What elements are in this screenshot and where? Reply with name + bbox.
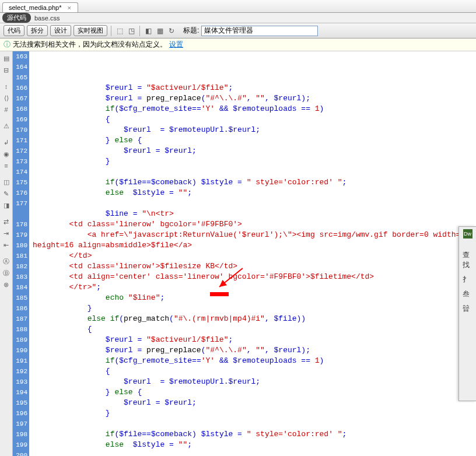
auto-indent-icon[interactable]: ≡ [2, 161, 11, 170]
code-line[interactable]: $reurl = $remoteupUrl.$reurl; [33, 125, 476, 135]
code-line[interactable]: $reurl = preg_replace("#^\.\.#", "", $re… [33, 93, 476, 104]
code-line[interactable]: $reurl = "$activeurl/$file"; [33, 83, 476, 93]
file-tab[interactable]: select_media.php* ✕ [2, 2, 78, 12]
code-line[interactable]: } [33, 303, 476, 314]
code-line[interactable]: } [33, 408, 476, 419]
code-line[interactable] [33, 419, 476, 429]
code-line[interactable]: } else { [33, 387, 476, 398]
file-tab-label: select_media.php* [9, 4, 62, 11]
code-line[interactable]: <td class='linerow'>$filesize KB</td> [33, 261, 476, 272]
visual-aids-icon[interactable]: ▦ [155, 26, 164, 36]
refresh-icon[interactable]: ↻ [167, 26, 176, 36]
search-panel[interactable]: Dw 查找 扌 叁 暜 [459, 226, 476, 401]
file-tab-bar: select_media.php* ✕ [0, 0, 476, 13]
line-numbers-icon[interactable]: # [2, 105, 11, 114]
code-line[interactable]: </tr>"; [33, 282, 476, 293]
code-line[interactable]: if($cfg_remote_site=='Y' && $remoteuploa… [33, 104, 476, 114]
word-wrap-icon[interactable]: ↲ [2, 138, 11, 147]
code-line[interactable]: else $lstyle = ""; [33, 440, 476, 450]
highlight-invalid-icon[interactable]: ⚠ [2, 121, 11, 131]
code-line[interactable]: else $lstyle = ""; [33, 188, 476, 198]
comment-icon[interactable]: ✎ [2, 189, 11, 198]
panel-row-1: 扌 [460, 275, 475, 285]
code-line[interactable]: if($cfg_remote_site=='Y' && $remoteuploa… [33, 356, 476, 366]
open-docs-icon[interactable]: ▤ [2, 54, 11, 63]
browser-icon[interactable]: ◳ [127, 26, 136, 36]
code-line[interactable]: echo "$line"; [33, 293, 476, 303]
move-css-icon[interactable]: ⇄ [2, 217, 11, 226]
settings-link[interactable]: 设置 [169, 40, 183, 50]
source-pill[interactable]: 源代码 [2, 13, 31, 23]
format-icon-1[interactable]: Ⓐ [2, 257, 11, 266]
code-toolbar: ▤ ⊟ ↕ ⟨⟩ # ⚠ ↲ ◉ ≡ ◫ ✎ ◨ ⇄ ⇥ ⇤ Ⓐ Ⓑ ⊗ [0, 51, 13, 456]
code-line[interactable]: <a href=\"javascript:ReturnValue('$reurl… [33, 230, 476, 240]
code-line[interactable] [33, 198, 476, 209]
info-bar: ⓘ 无法搜索到相关文件，因为此文档没有站点定义。 设置 [0, 38, 476, 51]
info-icon: ⓘ [4, 40, 10, 50]
code-editor[interactable]: 1631641651661671681691701711721731741751… [13, 51, 476, 456]
code-line[interactable]: $reurl = $reurl; [33, 146, 476, 156]
code-line[interactable]: <td class='linerow' bgcolor='#F9FBF0'> [33, 219, 476, 230]
view-toolbar: 代码 拆分 设计 实时视图 ⬚ ◳ ◧ ▦ ↻ 标题: [0, 23, 476, 38]
panel-row-2: 叁 [460, 289, 475, 299]
code-line[interactable]: </td> [33, 251, 476, 261]
info-message: 无法搜索到相关文件，因为此文档没有站点定义。 [13, 40, 167, 50]
format-icon-2[interactable]: Ⓑ [2, 268, 11, 278]
code-line[interactable] [33, 450, 476, 456]
code-line[interactable]: $reurl = "$activeurl/$file"; [33, 335, 476, 345]
code-line[interactable]: height=16 align=absmiddle>$file</a> [33, 240, 476, 251]
dw-icon: Dw [463, 229, 473, 238]
code-line[interactable]: } [33, 156, 476, 167]
title-label: 标题: [183, 26, 199, 36]
code-line[interactable]: <td align='center' class='linerow' bgcol… [33, 272, 476, 282]
outdent-icon[interactable]: ⇤ [2, 240, 11, 250]
code-line[interactable]: $reurl = $remoteupUrl.$reurl; [33, 377, 476, 387]
separator [111, 26, 111, 36]
code-line[interactable]: { [33, 366, 476, 377]
code-line[interactable]: $reurl = $reurl; [33, 398, 476, 408]
nav-icon[interactable]: ◧ [144, 26, 153, 36]
code-area[interactable]: $reurl = "$activeurl/$file"; $reurl = pr… [29, 51, 476, 456]
recent-snippet-icon[interactable]: ◨ [2, 201, 11, 210]
search-panel-label: 查找 [460, 250, 475, 270]
panel-row-3: 暜 [460, 304, 475, 314]
annotation-highlight [210, 292, 229, 296]
main-area: ▤ ⊟ ↕ ⟨⟩ # ⚠ ↲ ◉ ≡ ◫ ✎ ◨ ⇄ ⇥ ⇤ Ⓐ Ⓑ ⊗ 163… [0, 51, 476, 456]
inspect-icon[interactable]: ⬚ [115, 26, 124, 36]
code-line[interactable]: if($file==$comeback) $lstyle = " style='… [33, 177, 476, 188]
code-line[interactable]: else if(preg_match("#\.(rm|rmvb|mp4)#i",… [33, 314, 476, 324]
collapse-icon[interactable]: ⊟ [2, 65, 11, 75]
code-line[interactable]: } else { [33, 135, 476, 146]
code-line[interactable]: $line = "\n<tr> [33, 209, 476, 219]
line-gutter: 1631641651661671681691701711721731741751… [13, 51, 29, 456]
balance-braces-icon[interactable]: ⟨⟩ [2, 93, 11, 103]
title-input[interactable] [201, 26, 318, 36]
code-line[interactable]: { [33, 114, 476, 125]
code-line[interactable] [33, 167, 476, 177]
reference-icon[interactable]: ⊗ [2, 280, 11, 289]
snippets-icon[interactable]: ◫ [2, 177, 11, 187]
indent-icon[interactable]: ⇥ [2, 229, 11, 238]
code-line[interactable]: { [33, 324, 476, 335]
close-icon[interactable]: ✕ [67, 5, 72, 11]
separator [139, 26, 140, 36]
code-line[interactable]: if($file==$comeback) $lstyle = " style='… [33, 429, 476, 440]
related-files-bar: 源代码 base.css [0, 13, 476, 23]
design-view-button[interactable]: 设计 [50, 25, 71, 36]
css-link[interactable]: base.css [34, 15, 60, 22]
select-parent-icon[interactable]: ↕ [2, 82, 11, 91]
split-view-button[interactable]: 拆分 [27, 25, 48, 36]
live-view-button[interactable]: 实时视图 [74, 25, 107, 36]
code-line[interactable]: $reurl = preg_replace("#^\.\.#", "", $re… [33, 345, 476, 356]
syntax-color-icon[interactable]: ◉ [2, 149, 11, 159]
code-view-button[interactable]: 代码 [4, 25, 24, 36]
